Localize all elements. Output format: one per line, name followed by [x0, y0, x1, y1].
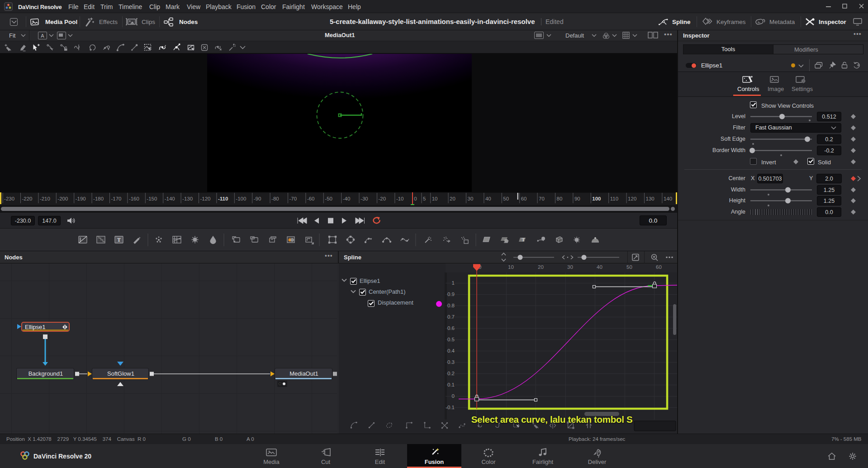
- svg-text:0.4: 0.4: [447, 348, 455, 353]
- svg-text:5: 5: [423, 196, 426, 201]
- svg-text:50: 50: [626, 264, 632, 270]
- svg-text:-70: -70: [289, 196, 297, 201]
- svg-text:T: T: [117, 237, 121, 243]
- svg-text:40: 40: [597, 264, 602, 270]
- svg-text:-80: -80: [271, 196, 279, 201]
- svg-text:-200: -200: [57, 196, 68, 201]
- svg-text:130: 130: [646, 196, 655, 201]
- svg-text:0: 0: [452, 393, 455, 399]
- svg-text:20: 20: [538, 264, 544, 270]
- svg-text:50: 50: [503, 196, 509, 201]
- svg-text:20: 20: [450, 196, 455, 201]
- svg-text:-180: -180: [93, 196, 104, 201]
- svg-text:0.2: 0.2: [447, 371, 455, 376]
- svg-text:T: T: [522, 237, 525, 242]
- svg-text:-30: -30: [360, 196, 368, 201]
- svg-text:30: 30: [567, 264, 573, 270]
- svg-text:0: 0: [414, 196, 417, 201]
- svg-text:-90: -90: [254, 196, 261, 201]
- svg-text:1: 1: [452, 280, 455, 286]
- svg-text:-190: -190: [76, 196, 86, 201]
- svg-text:-60: -60: [307, 196, 315, 201]
- svg-text:-210: -210: [40, 196, 50, 201]
- svg-text:0.9: 0.9: [447, 291, 455, 297]
- svg-text:-170: -170: [111, 196, 122, 201]
- svg-text:10: 10: [432, 196, 438, 201]
- svg-text:60: 60: [656, 264, 662, 270]
- svg-text:0.7: 0.7: [447, 314, 455, 320]
- svg-text:0.1: 0.1: [447, 382, 455, 387]
- svg-text:-160: -160: [129, 196, 139, 201]
- svg-text:90: 90: [574, 196, 580, 201]
- svg-text:80: 80: [557, 196, 563, 201]
- svg-text:-130: -130: [182, 196, 193, 201]
- svg-text:0.3: 0.3: [447, 359, 455, 365]
- svg-text:-110: -110: [218, 196, 228, 201]
- svg-text:-20: -20: [379, 196, 386, 201]
- svg-text:-100: -100: [236, 196, 246, 201]
- svg-text:110: 110: [610, 196, 618, 201]
- svg-text:-0.1: -0.1: [446, 405, 455, 410]
- svg-text:-230: -230: [4, 196, 14, 201]
- svg-text:0.8: 0.8: [447, 303, 455, 308]
- svg-text:-140: -140: [165, 196, 175, 201]
- svg-text:-150: -150: [147, 196, 157, 201]
- svg-text:-40: -40: [343, 196, 351, 201]
- svg-text:10: 10: [508, 264, 514, 270]
- svg-text:0.6: 0.6: [447, 325, 455, 331]
- svg-text:-10: -10: [396, 196, 404, 201]
- svg-text:-120: -120: [200, 196, 211, 201]
- svg-text:70: 70: [539, 196, 545, 201]
- svg-text:0.5: 0.5: [447, 337, 455, 342]
- svg-text:30: 30: [468, 196, 474, 201]
- svg-text:140: 140: [664, 196, 672, 201]
- svg-text:-220: -220: [22, 196, 33, 201]
- svg-text:120: 120: [628, 196, 636, 201]
- svg-text:60: 60: [521, 196, 527, 201]
- svg-text:100: 100: [592, 196, 601, 201]
- svg-text:-50: -50: [325, 196, 332, 201]
- svg-text:40: 40: [485, 196, 491, 201]
